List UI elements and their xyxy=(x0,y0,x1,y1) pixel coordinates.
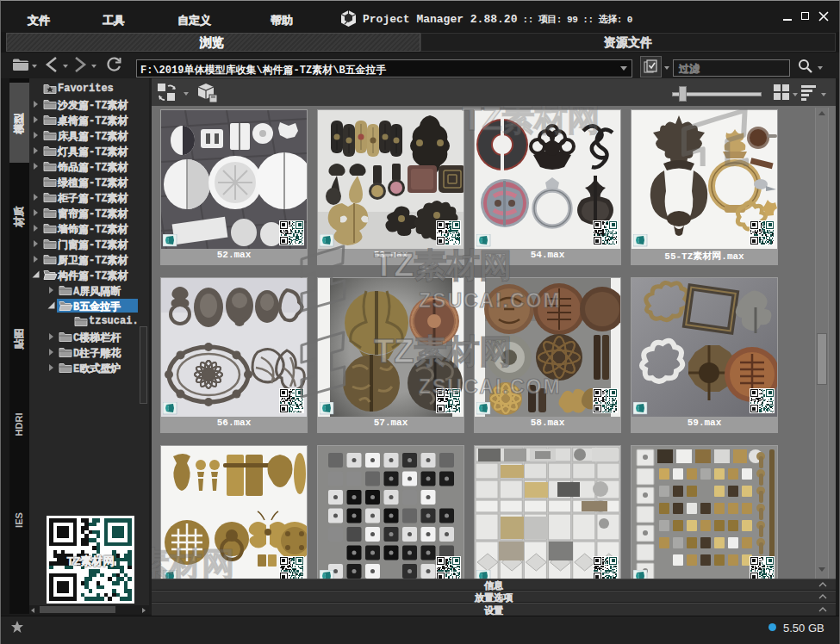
svg-text:TZ素材网: TZ素材网 xyxy=(374,247,512,283)
svg-text:TZ素材网: TZ素材网 xyxy=(462,106,600,137)
svg-text:TZ素材网: TZ素材网 xyxy=(152,546,234,579)
svg-text:ZSUCAI.COM: ZSUCAI.COM xyxy=(419,289,562,312)
svg-text:ZSUCAI.COM: ZSUCAI.COM xyxy=(419,375,562,398)
svg-text:TZ素材网: TZ素材网 xyxy=(374,333,512,369)
